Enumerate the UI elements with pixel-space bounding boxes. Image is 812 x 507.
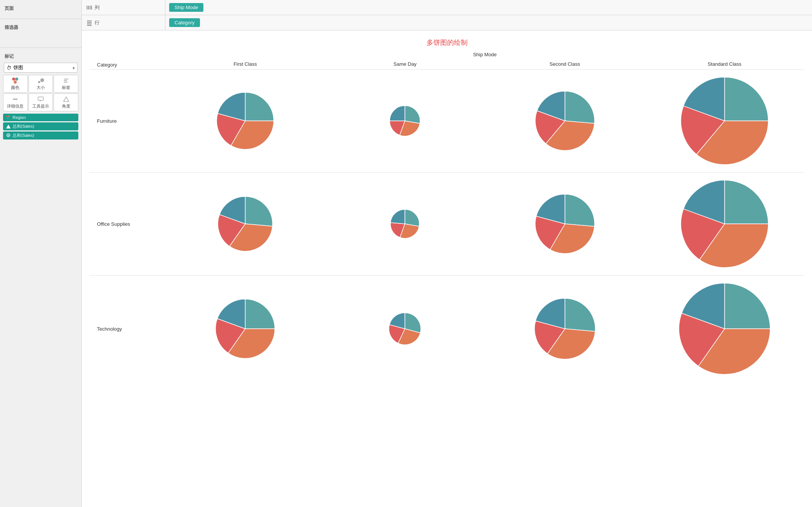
svg-point-1 xyxy=(15,78,18,81)
pie-chart xyxy=(218,196,273,251)
ship-mode-header: Ship Mode xyxy=(165,50,804,59)
rows-icon xyxy=(86,20,92,26)
size-icon xyxy=(37,77,44,84)
main-area: 列 Ship Mode 行 Category 多饼图的绘制 Ship M xyxy=(82,0,812,507)
rows-shelf-content: Category xyxy=(165,17,204,29)
svg-rect-23 xyxy=(91,6,92,10)
marks-type-dropdown[interactable]: ⏱ 饼图 xyxy=(4,63,78,73)
category-pill[interactable]: Category xyxy=(169,18,200,27)
svg-rect-22 xyxy=(90,6,90,10)
svg-rect-24 xyxy=(87,21,92,21)
filter-label: 筛选器 xyxy=(0,21,81,32)
label-button[interactable]: 标签 xyxy=(54,75,78,93)
marks-type-label: 饼图 xyxy=(13,64,23,71)
pie-cell-2-3 xyxy=(645,276,804,382)
svg-rect-26 xyxy=(87,24,92,24)
triangle-icon xyxy=(6,124,11,129)
row-label-spacer2: Category xyxy=(89,59,165,69)
size-button[interactable]: 大小 xyxy=(29,75,53,93)
clock-icon: ⏱ xyxy=(6,65,11,71)
row-label-0: Furniture xyxy=(89,118,165,124)
pie-chart xyxy=(389,313,421,345)
detail-icon xyxy=(12,96,19,103)
row-label-2: Technology xyxy=(89,326,165,332)
table-row: Office Supplies xyxy=(89,172,804,275)
angle-button[interactable]: 角度 xyxy=(54,93,78,111)
size-label: 大小 xyxy=(36,85,45,90)
pie-cell-2-2 xyxy=(485,291,645,367)
pie-cell-0-3 xyxy=(645,70,804,172)
svg-point-2 xyxy=(14,81,17,84)
pie-chart xyxy=(390,106,420,136)
svg-point-8 xyxy=(13,98,14,100)
table-row: Furniture xyxy=(89,69,804,172)
pie-chart xyxy=(390,209,419,238)
chart-title: 多饼图的绘制 xyxy=(82,30,812,50)
svg-point-10 xyxy=(16,98,17,100)
pie-chart xyxy=(534,298,595,359)
dots-icon xyxy=(6,115,11,120)
color-icon xyxy=(12,77,19,84)
table-row: Technology xyxy=(89,275,804,382)
color-label: 颜色 xyxy=(11,85,19,90)
tooltip-label: 工具提示 xyxy=(32,103,49,109)
svg-rect-27 xyxy=(87,25,92,26)
sales-angle-label: 总和(Sales) xyxy=(13,133,34,138)
angle-icon xyxy=(63,96,70,103)
columns-shelf-content: Ship Mode xyxy=(165,2,207,13)
row-label-1: Office Supplies xyxy=(89,221,165,227)
chevron-down-icon xyxy=(73,65,75,71)
color-button[interactable]: 颜色 xyxy=(3,75,28,93)
angle-label: 角度 xyxy=(62,103,70,109)
svg-point-0 xyxy=(12,78,15,81)
detail-button[interactable]: 详细信息 xyxy=(3,93,28,111)
marks-label: 标记 xyxy=(0,50,81,61)
columns-shelf-label: 列 xyxy=(82,0,165,15)
svg-point-15 xyxy=(8,116,10,117)
svg-rect-21 xyxy=(88,6,89,10)
page-label: 页面 xyxy=(0,2,81,13)
label-icon xyxy=(63,77,70,84)
region-pill[interactable]: Region xyxy=(3,114,78,121)
svg-point-14 xyxy=(6,116,8,117)
svg-rect-5 xyxy=(64,79,68,79)
columns-label-text: 列 xyxy=(95,4,100,11)
pie-cell-2-0 xyxy=(165,292,325,366)
svg-point-9 xyxy=(14,98,16,100)
pie-cell-0-2 xyxy=(485,84,645,158)
svg-marker-12 xyxy=(39,100,41,101)
pie-cell-1-2 xyxy=(485,187,645,261)
chart-area: 多饼图的绘制 Ship Mode Category First Class Sa… xyxy=(82,30,812,507)
pie-cell-2-1 xyxy=(325,305,485,352)
svg-rect-25 xyxy=(87,22,92,23)
svg-rect-20 xyxy=(87,6,87,10)
columns-icon xyxy=(86,5,92,11)
columns-shelf: 列 Ship Mode xyxy=(82,0,812,15)
svg-marker-17 xyxy=(6,125,11,128)
column-headers: Ship Mode xyxy=(89,50,804,59)
pie-chart xyxy=(679,283,770,374)
ship-mode-pill[interactable]: Ship Mode xyxy=(169,3,203,12)
col-header-2: Second Class xyxy=(485,59,645,69)
column-sub-headers: Category First Class Same Day Second Cla… xyxy=(89,59,804,69)
svg-rect-6 xyxy=(64,80,67,81)
bubble-icon xyxy=(6,133,11,138)
svg-point-3 xyxy=(38,81,40,83)
pie-chart xyxy=(681,180,768,268)
marks-section: 标记 ⏱ 饼图 颜色 xyxy=(0,48,81,143)
tooltip-button[interactable]: 工具提示 xyxy=(29,93,53,111)
svg-rect-11 xyxy=(38,97,43,100)
sidebar: 页面 筛选器 标记 ⏱ 饼图 颜色 xyxy=(0,0,82,507)
sales-size-pill[interactable]: 总和(Sales) xyxy=(3,122,78,130)
tooltip-icon xyxy=(37,96,44,103)
pie-cell-0-1 xyxy=(325,98,485,144)
row-label-spacer xyxy=(89,50,165,59)
rows-label-text: 行 xyxy=(95,19,100,26)
sales-angle-pill[interactable]: 总和(Sales) xyxy=(3,132,78,139)
pie-chart xyxy=(535,91,595,151)
svg-point-4 xyxy=(40,78,44,82)
rows-shelf: 行 Category xyxy=(82,15,812,30)
col-header-1: Same Day xyxy=(325,59,485,69)
chart-grid: Ship Mode Category First Class Same Day … xyxy=(82,50,812,390)
sales-size-label: 总和(Sales) xyxy=(13,124,34,129)
